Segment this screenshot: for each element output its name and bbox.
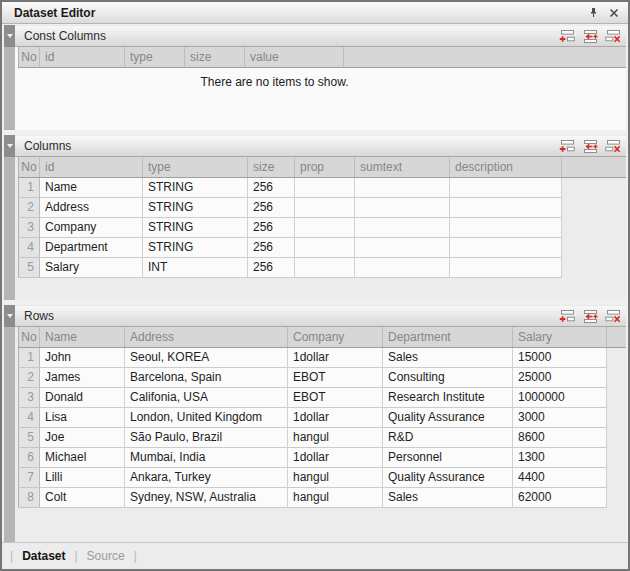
cell[interactable]: Michael — [40, 447, 125, 467]
cell[interactable]: 256 — [248, 197, 295, 217]
cell[interactable]: 1dollar — [288, 347, 383, 367]
cell[interactable]: EBOT — [288, 367, 383, 387]
cell[interactable]: Consulting — [383, 367, 513, 387]
cell[interactable]: R&D — [383, 427, 513, 447]
delete-row-button[interactable] — [605, 30, 621, 43]
cell[interactable]: Califonia, USA — [125, 387, 288, 407]
cell[interactable]: STRING — [143, 197, 248, 217]
cell[interactable]: 256 — [248, 217, 295, 237]
cell[interactable] — [295, 197, 355, 217]
cell[interactable]: Barcelona, Spain — [125, 367, 288, 387]
cell[interactable]: Salary — [40, 257, 143, 277]
cell[interactable]: INT — [143, 257, 248, 277]
column-header-address[interactable]: Address — [125, 327, 288, 347]
column-header-value[interactable]: value — [245, 47, 344, 67]
cell[interactable]: Sales — [383, 347, 513, 367]
column-header-id[interactable]: id — [40, 47, 125, 67]
column-header-size[interactable]: size — [185, 47, 245, 67]
cell[interactable]: hangul — [288, 467, 383, 487]
row-number-cell[interactable]: 3 — [19, 387, 40, 407]
add-row-button[interactable] — [559, 140, 575, 153]
column-header-no[interactable]: No — [19, 47, 40, 67]
cell[interactable]: STRING — [143, 177, 248, 197]
cell[interactable]: STRING — [143, 237, 248, 257]
cell[interactable]: 15000 — [513, 347, 607, 367]
cell[interactable]: Sydney, NSW, Australia — [125, 487, 288, 507]
column-header-type[interactable]: type — [125, 47, 185, 67]
row-number-cell[interactable]: 7 — [19, 467, 40, 487]
row-number-cell[interactable]: 4 — [19, 407, 40, 427]
cell[interactable] — [450, 177, 562, 197]
cell[interactable]: São Paulo, Brazil — [125, 427, 288, 447]
column-header-description[interactable]: description — [450, 157, 562, 177]
cell[interactable]: James — [40, 367, 125, 387]
insert-row-button[interactable] — [582, 310, 598, 323]
add-row-button[interactable] — [559, 30, 575, 43]
insert-row-button[interactable] — [582, 140, 598, 153]
cell[interactable] — [450, 197, 562, 217]
row-number-cell[interactable]: 6 — [19, 447, 40, 467]
cell[interactable]: 256 — [248, 177, 295, 197]
column-header-name[interactable]: Name — [40, 327, 125, 347]
cell[interactable]: 4400 — [513, 467, 607, 487]
cell[interactable]: 256 — [248, 257, 295, 277]
cell[interactable]: Joe — [40, 427, 125, 447]
cell[interactable]: 3000 — [513, 407, 607, 427]
cell[interactable]: 8600 — [513, 427, 607, 447]
cell[interactable] — [450, 257, 562, 277]
cell[interactable] — [355, 197, 450, 217]
cell[interactable] — [355, 177, 450, 197]
column-header-company[interactable]: Company — [288, 327, 383, 347]
cell[interactable] — [355, 217, 450, 237]
column-header-sumtext[interactable]: sumtext — [355, 157, 450, 177]
cell[interactable]: 1300 — [513, 447, 607, 467]
cell[interactable]: 1000000 — [513, 387, 607, 407]
cell[interactable]: Company — [40, 217, 143, 237]
column-header-id[interactable]: id — [40, 157, 143, 177]
column-header-salary[interactable]: Salary — [513, 327, 607, 347]
cell[interactable]: Colt — [40, 487, 125, 507]
cell[interactable]: Donald — [40, 387, 125, 407]
cell[interactable]: Seoul, KOREA — [125, 347, 288, 367]
cell[interactable]: Sales — [383, 487, 513, 507]
cell[interactable]: 256 — [248, 237, 295, 257]
collapse-button[interactable] — [4, 305, 15, 327]
cell[interactable]: STRING — [143, 217, 248, 237]
row-number-cell[interactable]: 2 — [19, 197, 40, 217]
add-row-button[interactable] — [559, 310, 575, 323]
close-button[interactable] — [608, 7, 620, 19]
cell[interactable]: Name — [40, 177, 143, 197]
cell[interactable]: Mumbai, India — [125, 447, 288, 467]
cell[interactable]: 62000 — [513, 487, 607, 507]
cell[interactable]: Research Institute — [383, 387, 513, 407]
row-number-cell[interactable]: 1 — [19, 177, 40, 197]
cell[interactable]: 1dollar — [288, 447, 383, 467]
cell[interactable] — [295, 217, 355, 237]
cell[interactable] — [295, 257, 355, 277]
collapse-button[interactable] — [4, 135, 15, 157]
column-header-prop[interactable]: prop — [295, 157, 355, 177]
cell[interactable]: Quality Assurance — [383, 467, 513, 487]
cell[interactable]: John — [40, 347, 125, 367]
delete-row-button[interactable] — [605, 310, 621, 323]
collapse-button[interactable] — [4, 25, 15, 47]
row-number-cell[interactable]: 5 — [19, 257, 40, 277]
tab-dataset[interactable]: Dataset — [22, 549, 65, 563]
cell[interactable] — [355, 237, 450, 257]
cell[interactable]: London, United Kingdom — [125, 407, 288, 427]
cell[interactable] — [295, 237, 355, 257]
row-number-cell[interactable]: 2 — [19, 367, 40, 387]
pin-button[interactable] — [587, 6, 600, 19]
cell[interactable]: Personnel — [383, 447, 513, 467]
tab-source[interactable]: Source — [87, 549, 125, 563]
cell[interactable]: hangul — [288, 427, 383, 447]
column-header-size[interactable]: size — [248, 157, 295, 177]
row-number-cell[interactable]: 5 — [19, 427, 40, 447]
insert-row-button[interactable] — [582, 30, 598, 43]
column-header-type[interactable]: type — [143, 157, 248, 177]
delete-row-button[interactable] — [605, 140, 621, 153]
row-number-cell[interactable]: 1 — [19, 347, 40, 367]
cell[interactable] — [355, 257, 450, 277]
cell[interactable]: Department — [40, 237, 143, 257]
cell[interactable]: 25000 — [513, 367, 607, 387]
